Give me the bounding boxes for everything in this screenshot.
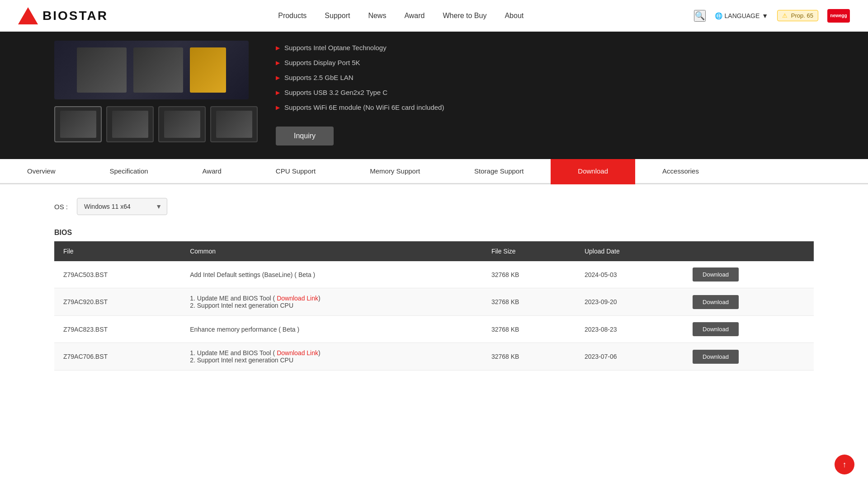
tab-overview[interactable]: Overview xyxy=(0,159,83,184)
bios-common-4: 1. Update ME and BIOS Tool ( Download Li… xyxy=(181,343,482,371)
tab-accessories[interactable]: Accessories xyxy=(635,159,726,183)
os-select[interactable]: Windows 11 x64 Windows 10 x64 Windows 10… xyxy=(77,198,167,215)
tab-cpu-support[interactable]: CPU Support xyxy=(249,159,343,184)
main-content: ▶ Supports Intel Optane Technology ▶ Sup… xyxy=(0,32,868,393)
bios-common-4-line2: 2. Support Intel next generation CPU xyxy=(190,357,293,364)
features-list: ▶ Supports Intel Optane Technology ▶ Sup… xyxy=(276,43,814,112)
newegg-logo[interactable]: newegg xyxy=(827,9,850,23)
thumbnail-3[interactable] xyxy=(158,106,206,142)
bios-date-2: 2023-09-20 xyxy=(576,288,684,316)
bios-file-4: Z79AC706.BST xyxy=(54,343,181,371)
bios-download-link-2[interactable]: Download Link xyxy=(277,295,318,302)
tab-storage-support[interactable]: Storage Support xyxy=(447,159,551,184)
nav-products[interactable]: Products xyxy=(278,12,307,20)
search-button[interactable]: 🔍 xyxy=(694,10,706,22)
bios-file-1: Z79AC503.BST xyxy=(54,261,181,288)
feature-text-1: Supports Intel Optane Technology xyxy=(284,43,387,52)
nav-about[interactable]: About xyxy=(505,12,524,20)
bios-size-2: 32768 KB xyxy=(482,288,576,316)
main-nav: Products Support News Award Where to Buy… xyxy=(278,12,524,20)
bullet-3: ▶ xyxy=(276,74,280,82)
feature-text-4: Supports USB 3.2 Gen2x2 Type C xyxy=(284,88,387,97)
product-image-inner xyxy=(54,41,249,99)
product-img-block-3 xyxy=(190,47,226,93)
bios-common-2: 1. Update ME and BIOS Tool ( Download Li… xyxy=(181,288,482,316)
feature-text-2: Supports Display Port 5K xyxy=(284,58,360,67)
tab-navigation: Overview Specification Award CPU Support… xyxy=(0,159,868,184)
bios-date-3: 2023-08-23 xyxy=(576,316,684,343)
bios-table: File Common File Size Upload Date Z79AC5… xyxy=(54,241,814,371)
col-action xyxy=(684,241,814,261)
product-img-block-1 xyxy=(77,47,127,93)
bios-title: BIOS xyxy=(54,229,814,237)
bios-date-4: 2023-07-06 xyxy=(576,343,684,371)
download-button-1[interactable]: Download xyxy=(693,267,739,282)
bullet-5: ▶ xyxy=(276,104,280,112)
feature-text-5: Supports WiFi 6E module (No WiFi 6E card… xyxy=(284,103,444,112)
logo-icon xyxy=(18,7,38,24)
os-selector-row: OS : Windows 11 x64 Windows 10 x64 Windo… xyxy=(54,198,814,215)
tab-memory-support[interactable]: Memory Support xyxy=(343,159,447,184)
bios-table-header-row: File Common File Size Upload Date xyxy=(54,241,814,261)
feature-item-1: ▶ Supports Intel Optane Technology xyxy=(276,43,814,52)
bios-common-2-prefix: 1. Update ME and BIOS Tool ( xyxy=(190,295,277,302)
header-right: 🔍 🌐 LANGUAGE ▼ ⚠ Prop. 65 newegg xyxy=(694,9,850,23)
bios-row-3: Z79AC823.BST Enhance memory performance … xyxy=(54,316,814,343)
bios-table-body: Z79AC503.BST Add Intel Default settings … xyxy=(54,261,814,371)
thumb-img-4 xyxy=(216,111,252,138)
bios-row-4: Z79AC706.BST 1. Update ME and BIOS Tool … xyxy=(54,343,814,371)
feature-text-3: Supports 2.5 GbE LAN xyxy=(284,73,354,82)
thumb-img-1 xyxy=(60,111,96,138)
prop65-label: Prop. 65 xyxy=(791,12,813,19)
thumbnail-1[interactable] xyxy=(54,106,102,142)
bios-table-head: File Common File Size Upload Date xyxy=(54,241,814,261)
bios-row-2: Z79AC920.BST 1. Update ME and BIOS Tool … xyxy=(54,288,814,316)
bullet-2: ▶ xyxy=(276,59,280,67)
col-common: Common xyxy=(181,241,482,261)
bios-common-4-suffix: ) xyxy=(318,349,321,357)
bios-file-2: Z79AC920.BST xyxy=(54,288,181,316)
tab-download[interactable]: Download xyxy=(551,159,635,184)
col-filesize: File Size xyxy=(482,241,576,261)
bios-action-3: Download xyxy=(684,316,814,343)
tab-specification[interactable]: Specification xyxy=(83,159,175,184)
bios-date-1: 2024-05-03 xyxy=(576,261,684,288)
thumb-img-3 xyxy=(164,111,200,138)
os-select-wrapper: Windows 11 x64 Windows 10 x64 Windows 10… xyxy=(77,198,167,215)
bios-download-link-4[interactable]: Download Link xyxy=(277,349,318,357)
bios-common-3: Enhance memory performance ( Beta ) xyxy=(181,316,482,343)
bios-action-4: Download xyxy=(684,343,814,371)
prop65-badge[interactable]: ⚠ Prop. 65 xyxy=(777,10,818,21)
product-images xyxy=(54,41,258,145)
thumbnail-row xyxy=(54,106,258,142)
scroll-up-icon: ↑ xyxy=(843,460,847,469)
bios-section: BIOS File Common File Size Upload Date Z… xyxy=(54,229,814,371)
bios-action-1: Download xyxy=(684,261,814,288)
download-button-2[interactable]: Download xyxy=(693,295,739,309)
newegg-text: newegg xyxy=(830,13,847,18)
bios-common-2-line2: 2. Support Intel next generation CPU xyxy=(190,302,293,309)
tab-award[interactable]: Award xyxy=(175,159,249,184)
product-info: ▶ Supports Intel Optane Technology ▶ Sup… xyxy=(276,41,814,145)
bios-common-2-suffix: ) xyxy=(318,295,321,302)
language-button[interactable]: 🌐 LANGUAGE ▼ xyxy=(715,12,769,19)
download-button-3[interactable]: Download xyxy=(693,322,739,336)
inquiry-button[interactable]: Inquiry xyxy=(276,127,334,145)
thumbnail-2[interactable] xyxy=(106,106,154,142)
thumbnail-4[interactable] xyxy=(210,106,258,142)
scroll-to-top-button[interactable]: ↑ xyxy=(835,455,854,474)
bios-row-1: Z79AC503.BST Add Intel Default settings … xyxy=(54,261,814,288)
bios-size-3: 32768 KB xyxy=(482,316,576,343)
bullet-4: ▶ xyxy=(276,89,280,97)
product-section: ▶ Supports Intel Optane Technology ▶ Sup… xyxy=(0,32,868,159)
nav-support[interactable]: Support xyxy=(325,12,350,20)
thumb-img-2 xyxy=(112,111,148,138)
download-button-4[interactable]: Download xyxy=(693,350,739,364)
bios-action-2: Download xyxy=(684,288,814,316)
nav-news[interactable]: News xyxy=(368,12,386,20)
nav-where-to-buy[interactable]: Where to Buy xyxy=(443,12,486,20)
nav-award[interactable]: Award xyxy=(404,12,425,20)
warning-icon: ⚠ xyxy=(782,12,788,19)
feature-item-2: ▶ Supports Display Port 5K xyxy=(276,58,814,67)
main-product-image xyxy=(54,41,249,99)
